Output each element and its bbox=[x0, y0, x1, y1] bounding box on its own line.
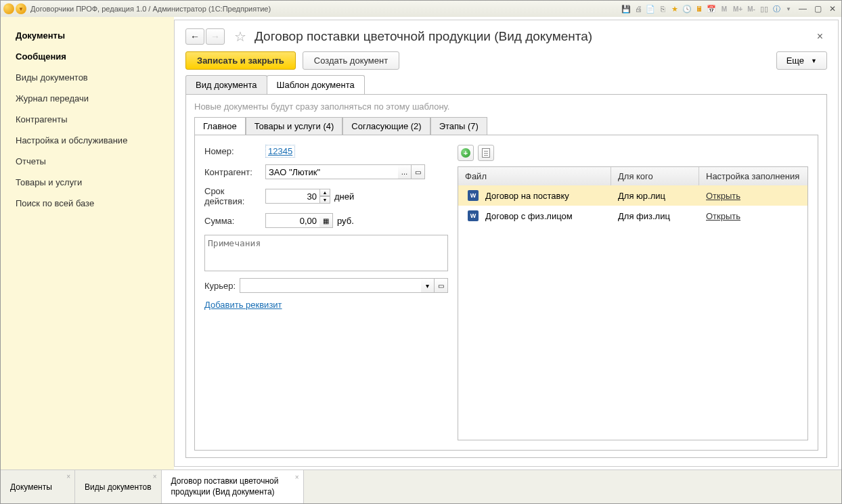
sidebar-item-reports[interactable]: Отчеты bbox=[1, 151, 174, 172]
panels-icon[interactable]: ▯▯ bbox=[759, 3, 770, 14]
bottom-tab-label: Документы bbox=[10, 482, 52, 492]
bottom-tabs: Документы × Виды документов × Договор по… bbox=[1, 469, 841, 503]
bottom-tab-label: Договор поставки цветочной продукции (Ви… bbox=[171, 476, 294, 497]
print-icon[interactable]: 🖨 bbox=[633, 3, 644, 14]
close-tab-icon[interactable]: × bbox=[295, 473, 299, 482]
duration-unit: дней bbox=[334, 191, 354, 202]
tab-goods-services[interactable]: Товары и услуги (4) bbox=[246, 117, 343, 135]
bottom-tab-doc-types[interactable]: Виды документов × bbox=[75, 470, 162, 503]
calculator-icon[interactable]: 🖩 bbox=[694, 3, 705, 14]
counterparty-input[interactable] bbox=[265, 164, 398, 179]
courier-dropdown-button[interactable]: ▾ bbox=[421, 278, 435, 293]
minimize-button[interactable]: — bbox=[797, 3, 809, 14]
document-icon bbox=[482, 148, 490, 158]
info-dropdown-icon[interactable]: ▼ bbox=[783, 3, 794, 14]
hint-text: Новые документы будут сразу заполняться … bbox=[194, 101, 818, 112]
sum-calc-button[interactable]: ▦ bbox=[319, 213, 333, 228]
courier-input[interactable] bbox=[240, 278, 421, 293]
chevron-down-icon: ▼ bbox=[811, 58, 817, 64]
table-row[interactable]: WДоговор на поставку Для юр.лиц Открыть bbox=[458, 185, 807, 206]
maximize-button[interactable]: ▢ bbox=[812, 3, 824, 14]
sidebar-item-messages[interactable]: Сообщения bbox=[1, 46, 174, 67]
close-window-button[interactable]: ✕ bbox=[826, 3, 839, 14]
memory-mminus-button[interactable]: M- bbox=[745, 3, 757, 14]
sidebar-item-transfer-log[interactable]: Журнал передачи bbox=[1, 88, 174, 109]
sidebar-item-documents[interactable]: Документы bbox=[1, 25, 174, 46]
open-link[interactable]: Открыть bbox=[706, 191, 740, 201]
nav-back-button[interactable]: ← bbox=[185, 28, 204, 45]
view-file-button[interactable] bbox=[478, 145, 494, 161]
word-icon: W bbox=[468, 210, 479, 221]
sidebar: Документы Сообщения Виды документов Журн… bbox=[1, 17, 174, 469]
table-body: WДоговор на поставку Для юр.лиц Открыть … bbox=[458, 185, 807, 440]
sidebar-item-search[interactable]: Поиск по всей базе bbox=[1, 193, 174, 214]
info-icon[interactable]: ⓘ bbox=[771, 3, 782, 14]
table-row[interactable]: WДоговор с физ.лицом Для физ.лиц Открыть bbox=[458, 206, 807, 226]
app-window: ▼ Договорчики ПРОФ, редакция 1.0 / Админ… bbox=[0, 0, 842, 504]
files-table: Файл Для кого Настройка заполнения WДого… bbox=[458, 166, 808, 440]
main-area: Документы Сообщения Виды документов Журн… bbox=[1, 17, 841, 469]
th-who[interactable]: Для кого bbox=[611, 167, 699, 185]
app-logo-icon bbox=[3, 3, 14, 14]
page-title: Договор поставки цветочной продукции (Ви… bbox=[254, 29, 592, 44]
close-tab-icon[interactable]: × bbox=[66, 473, 70, 480]
courier-open-button[interactable]: ▭ bbox=[435, 278, 448, 293]
number-value[interactable]: 12345 bbox=[265, 145, 295, 158]
tab-approvers[interactable]: Согласующие (2) bbox=[342, 117, 430, 135]
file-who: Для физ.лиц bbox=[611, 210, 699, 223]
tab-document-type[interactable]: Вид документа bbox=[185, 75, 267, 94]
nav-forward-button[interactable]: → bbox=[206, 28, 225, 45]
tab-main[interactable]: Главное bbox=[194, 117, 246, 135]
th-setting[interactable]: Настройка заполнения bbox=[699, 167, 807, 185]
tab-stages[interactable]: Этапы (7) bbox=[430, 117, 487, 135]
save-close-button[interactable]: Записать и закрыть bbox=[185, 51, 296, 70]
notes-textarea[interactable] bbox=[204, 235, 448, 271]
app-menu-dropdown[interactable]: ▼ bbox=[16, 3, 26, 14]
favorite-icon[interactable]: ★ bbox=[669, 3, 680, 14]
open-link[interactable]: Открыть bbox=[706, 211, 740, 221]
counterparty-select-button[interactable]: … bbox=[398, 164, 412, 179]
courier-label: Курьер: bbox=[204, 281, 240, 291]
plus-icon: + bbox=[461, 148, 470, 158]
th-file[interactable]: Файл bbox=[458, 167, 611, 185]
close-tab-icon[interactable]: × bbox=[153, 473, 157, 480]
sum-label: Сумма: bbox=[204, 216, 265, 226]
counterparty-open-button[interactable]: ▭ bbox=[412, 164, 425, 179]
tab-document-template[interactable]: Шаблон документа bbox=[267, 75, 365, 94]
bottom-tab-documents[interactable]: Документы × bbox=[1, 470, 75, 503]
close-panel-button[interactable]: × bbox=[813, 29, 827, 44]
memory-m-button[interactable]: M bbox=[718, 3, 730, 14]
duration-spinner: ▲ ▼ bbox=[319, 189, 330, 204]
compare-icon[interactable]: ⎘ bbox=[657, 3, 668, 14]
calendar-icon[interactable]: 📅 bbox=[706, 3, 717, 14]
outer-tabs: Вид документа Шаблон документа bbox=[185, 75, 827, 94]
sum-input[interactable] bbox=[265, 213, 319, 228]
bottom-tab-current[interactable]: Договор поставки цветочной продукции (Ви… bbox=[162, 470, 304, 503]
sum-unit: руб. bbox=[337, 216, 354, 226]
document-icon[interactable]: 📄 bbox=[645, 3, 656, 14]
duration-label: Срок действия: bbox=[204, 186, 265, 206]
duration-down-button[interactable]: ▼ bbox=[319, 196, 330, 204]
history-icon[interactable]: 🕓 bbox=[682, 3, 692, 14]
file-name: Договор с физ.лицом bbox=[485, 211, 573, 221]
sidebar-item-doc-types[interactable]: Виды документов bbox=[1, 67, 174, 88]
number-label: Номер: bbox=[204, 146, 265, 156]
sidebar-item-settings[interactable]: Настройка и обслуживание bbox=[1, 130, 174, 151]
content-header: ← → ☆ Договор поставки цветочной продукц… bbox=[185, 28, 827, 45]
sidebar-item-counterparties[interactable]: Контрагенты bbox=[1, 109, 174, 130]
duration-input[interactable] bbox=[265, 189, 319, 204]
sidebar-item-goods[interactable]: Товары и услуги bbox=[1, 172, 174, 193]
counterparty-label: Контрагент: bbox=[204, 167, 265, 177]
memory-mplus-button[interactable]: M+ bbox=[732, 3, 744, 14]
add-attribute-link[interactable]: Добавить реквизит bbox=[204, 300, 448, 310]
titlebar-toolbar: 💾 🖨 📄 ⎘ ★ 🕓 🖩 📅 M M+ M- ▯▯ ⓘ ▼ — ▢ ✕ bbox=[621, 3, 839, 14]
add-file-button[interactable]: + bbox=[458, 145, 474, 161]
action-bar: Записать и закрыть Создать документ Еще … bbox=[185, 51, 827, 70]
create-document-button[interactable]: Создать документ bbox=[303, 51, 399, 70]
more-button[interactable]: Еще ▼ bbox=[776, 51, 827, 70]
save-icon[interactable]: 💾 bbox=[621, 3, 632, 14]
favorite-star-icon[interactable]: ☆ bbox=[234, 28, 246, 45]
duration-up-button[interactable]: ▲ bbox=[319, 189, 330, 196]
bottom-tab-label: Виды документов bbox=[85, 482, 152, 492]
template-panel: Новые документы будут сразу заполняться … bbox=[185, 94, 827, 458]
